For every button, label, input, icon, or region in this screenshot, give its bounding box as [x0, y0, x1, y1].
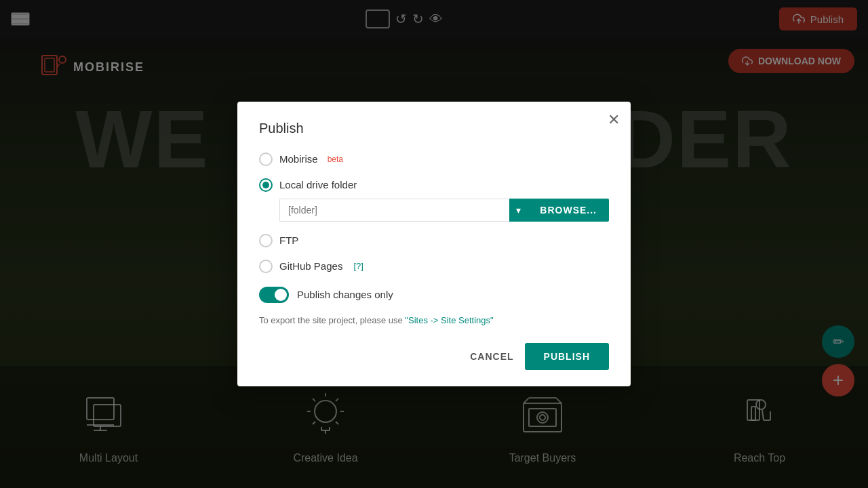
publish-changes-label: Publish changes only — [297, 289, 393, 300]
publish-changes-toggle[interactable] — [259, 287, 289, 303]
option-mobirise[interactable]: Mobirise beta — [259, 152, 609, 166]
option-github-label: GitHub Pages — [279, 260, 342, 272]
dialog-close-button[interactable]: ✕ — [608, 113, 620, 127]
folder-path-input[interactable] — [279, 199, 509, 222]
dialog-title: Publish — [259, 121, 609, 136]
beta-badge: beta — [328, 155, 343, 164]
option-ftp-label: FTP — [279, 235, 298, 246]
radio-ftp — [259, 234, 273, 247]
github-help-link[interactable]: [?] — [353, 261, 363, 271]
folder-input-row: ▾ BROWSE... — [279, 199, 609, 222]
publish-dialog-button[interactable]: PUBLISH — [525, 343, 609, 370]
publish-options: Mobirise beta Local drive folder ▾ BROWS… — [259, 152, 609, 273]
option-ftp[interactable]: FTP — [259, 234, 609, 247]
site-settings-link[interactable]: "Sites -> Site Settings" — [405, 315, 493, 325]
option-local-label: Local drive folder — [279, 179, 357, 190]
option-github[interactable]: GitHub Pages [?] — [259, 260, 609, 273]
dialog-footer: CANCEL PUBLISH — [259, 343, 609, 370]
radio-github — [259, 260, 273, 273]
option-local-drive[interactable]: Local drive folder — [259, 178, 609, 192]
option-local-drive-group: Local drive folder ▾ BROWSE... — [259, 178, 609, 222]
publish-dialog: Publish ✕ Mobirise beta Local drive fold… — [237, 102, 631, 387]
radio-local — [259, 178, 273, 192]
option-mobirise-label: Mobirise — [279, 153, 318, 165]
modal-overlay: Publish ✕ Mobirise beta Local drive fold… — [0, 0, 868, 488]
export-note: To export the site project, please use "… — [259, 314, 609, 327]
radio-mobirise — [259, 152, 273, 166]
folder-dropdown-button[interactable]: ▾ — [509, 199, 528, 222]
toggle-knob — [275, 289, 287, 301]
browse-button[interactable]: BROWSE... — [528, 199, 609, 222]
cancel-button[interactable]: CANCEL — [470, 351, 513, 362]
toggle-row: Publish changes only — [259, 287, 609, 303]
